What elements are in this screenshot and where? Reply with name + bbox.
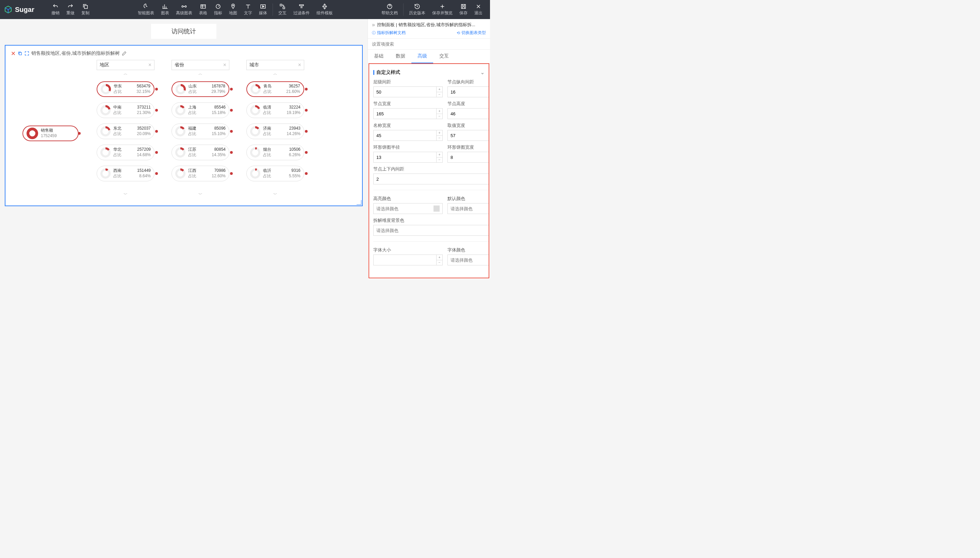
- expand-icon[interactable]: [25, 51, 29, 56]
- num-input[interactable]: +−: [373, 108, 443, 119]
- close-icon[interactable]: [11, 51, 16, 56]
- panel-tab-1[interactable]: 数据: [390, 50, 411, 63]
- exit-button[interactable]: 退出: [471, 0, 486, 19]
- brand-text: Sugar: [15, 6, 34, 14]
- resize-handle[interactable]: [356, 200, 361, 205]
- copy-button[interactable]: 复制: [78, 0, 93, 19]
- svg-point-1: [182, 5, 184, 7]
- scroll-up-2[interactable]: ︿: [246, 71, 304, 77]
- tree-node[interactable]: 福建85096占比15.10%: [171, 123, 229, 139]
- color-input[interactable]: [448, 203, 489, 214]
- help-button[interactable]: 帮助文档: [378, 0, 401, 19]
- canvas[interactable]: 访问统计 销售额按地区,省份,城市拆解的指标拆解树 地区×省份×城市× ︿︿︿ …: [0, 19, 368, 279]
- step-up[interactable]: +: [437, 255, 442, 260]
- chart-container[interactable]: 销售额按地区,省份,城市拆解的指标拆解树 地区×省份×城市× ︿︿︿ 销售额17…: [5, 45, 363, 206]
- edit-icon[interactable]: [122, 51, 126, 56]
- collapse-panel-icon[interactable]: »: [372, 22, 375, 28]
- tree-node[interactable]: 华东563479占比32.15%: [97, 81, 154, 97]
- num-input[interactable]: +−: [373, 152, 443, 162]
- step-up[interactable]: +: [437, 87, 442, 92]
- adv-chart-button[interactable]: 高级图表: [172, 0, 196, 19]
- color-input[interactable]: [448, 254, 489, 265]
- scroll-up-1[interactable]: ︿: [171, 71, 229, 77]
- history-button[interactable]: 历史版本: [405, 0, 429, 19]
- color-input[interactable]: [373, 203, 443, 214]
- svg-point-43: [251, 169, 259, 177]
- tree-node[interactable]: 江西70986占比12.60%: [171, 166, 229, 181]
- step-up[interactable]: +: [437, 108, 442, 114]
- redo-button[interactable]: 重做: [63, 0, 78, 19]
- step-up[interactable]: +: [437, 152, 442, 158]
- media-button[interactable]: 媒体: [256, 0, 271, 19]
- filter-button[interactable]: 过滤条件: [290, 0, 313, 19]
- tree-node[interactable]: 西南151449占比8.64%: [97, 166, 154, 181]
- scroll-down-2[interactable]: ﹀: [246, 192, 304, 197]
- scroll-down-1[interactable]: ﹀: [171, 192, 229, 197]
- save-preview-button[interactable]: 保存并预览: [429, 0, 456, 19]
- page-title[interactable]: 访问统计: [151, 24, 217, 39]
- template-button[interactable]: 组件模板: [313, 0, 336, 19]
- num-input[interactable]: +−: [448, 130, 489, 141]
- save-button[interactable]: 保存: [456, 0, 471, 19]
- step-up[interactable]: +: [437, 130, 442, 136]
- undo-button[interactable]: 撤销: [48, 0, 63, 19]
- scroll-up-0[interactable]: ︿: [97, 71, 154, 77]
- table-button[interactable]: 表格: [196, 0, 211, 19]
- dim-select-2[interactable]: 城市×: [246, 60, 304, 70]
- chevron-down-icon[interactable]: ⌄: [481, 70, 484, 75]
- tree-node[interactable]: 济南23943占比14.26%: [246, 123, 304, 139]
- tree-node[interactable]: 青岛36257占比21.60%: [246, 81, 304, 97]
- clear-icon[interactable]: ×: [148, 62, 151, 68]
- step-down[interactable]: −: [437, 92, 442, 97]
- svg-rect-0: [84, 5, 87, 8]
- num-input[interactable]: +−: [373, 87, 443, 97]
- panel-tab-2[interactable]: 高级: [411, 50, 433, 63]
- num-input[interactable]: +−: [373, 174, 489, 184]
- dim-select-0[interactable]: 地区×: [97, 60, 154, 70]
- copy-icon[interactable]: [18, 51, 23, 56]
- tree-node[interactable]: 江苏80854占比14.35%: [171, 144, 229, 160]
- step-down[interactable]: −: [437, 158, 442, 162]
- text-button[interactable]: 文字: [241, 0, 256, 19]
- tree-node[interactable]: 华北257209占比14.68%: [97, 144, 154, 160]
- svg-point-23: [102, 169, 110, 177]
- num-input[interactable]: +−: [373, 130, 443, 141]
- num-input[interactable]: +−: [448, 152, 489, 162]
- step-down[interactable]: −: [437, 136, 442, 141]
- step-down[interactable]: −: [437, 114, 442, 119]
- scroll-down-0[interactable]: ﹀: [97, 192, 154, 197]
- clear-icon[interactable]: ×: [223, 62, 226, 68]
- step-down[interactable]: −: [437, 260, 442, 265]
- tree-node[interactable]: 上海85546占比15.18%: [171, 102, 229, 118]
- svg-point-5: [233, 5, 234, 6]
- num-input[interactable]: +−: [448, 87, 489, 97]
- section-title[interactable]: 自定义样式⌄: [373, 67, 484, 79]
- map-button[interactable]: 地图: [226, 0, 241, 19]
- dim-select-1[interactable]: 省份×: [171, 60, 229, 70]
- svg-point-14: [31, 132, 34, 135]
- topbar: Sugar 撤销 重做 复制 智能图表 图表 高级图表 表格 指标 地图 文字 …: [0, 0, 490, 19]
- chart-button[interactable]: 图表: [158, 0, 172, 19]
- tree-node[interactable]: 山东167878占比29.79%: [171, 81, 229, 97]
- panel-tab-3[interactable]: 交互: [433, 50, 455, 63]
- right-panel: » 控制面板 | 销售额按地区,省份,城市拆解的指标拆... ⓘ指标拆解树文档 …: [368, 19, 490, 279]
- color-input[interactable]: [373, 225, 489, 236]
- panel-tab-0[interactable]: 基础: [368, 50, 390, 63]
- interact-button[interactable]: 交互: [275, 0, 290, 19]
- tree-node[interactable]: 烟台10506占比6.26%: [246, 144, 304, 160]
- tree-node[interactable]: 临沂9316占比5.55%: [246, 166, 304, 181]
- tree-node[interactable]: 中南373211占比21.30%: [97, 102, 154, 118]
- svg-point-2: [185, 5, 187, 7]
- settings-search-input[interactable]: [372, 41, 486, 47]
- doc-link[interactable]: ⓘ指标拆解树文档: [372, 30, 405, 36]
- tree-node[interactable]: 临清32224占比19.19%: [246, 102, 304, 118]
- smart-chart-button[interactable]: 智能图表: [135, 0, 158, 19]
- num-input[interactable]: +−: [373, 254, 443, 265]
- clear-icon[interactable]: ×: [298, 62, 301, 68]
- switch-chart-link[interactable]: ⟲切换图表类型: [456, 30, 486, 36]
- num-input[interactable]: +−: [448, 108, 489, 119]
- metric-button[interactable]: 指标: [211, 0, 226, 19]
- tree-node[interactable]: 东北352037占比20.09%: [97, 123, 154, 139]
- svg-rect-9: [299, 5, 304, 5]
- root-node[interactable]: 销售额1752459: [23, 126, 79, 141]
